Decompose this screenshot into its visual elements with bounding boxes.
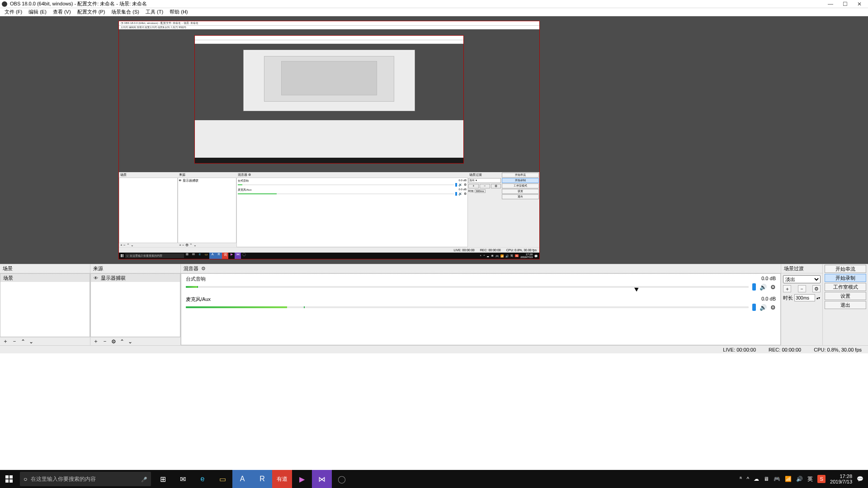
- windows-logo-icon: [5, 475, 13, 483]
- source-item[interactable]: 显示器捕获: [91, 274, 180, 282]
- mixer-channel-mic: 麦克风/Aux 0.0 dB 🔊 ⚙: [181, 294, 780, 314]
- duration-spinner[interactable]: ▴▾: [816, 296, 820, 300]
- mixer-channel-name: 台式音响: [186, 276, 206, 282]
- tray-people-icon[interactable]: ᴿ: [740, 476, 742, 482]
- transitions-dock: 场景过渡 淡出 ＋ － ⚙ 时长 ▴▾: [781, 264, 823, 345]
- tray-network-icon[interactable]: 📶: [785, 476, 792, 482]
- mute-button[interactable]: 🔊: [760, 284, 767, 291]
- mixer-channel-desktop: 台式音响 0.0 dB 🔊 ⚙: [181, 274, 780, 294]
- scene-up-button[interactable]: ⌃: [21, 338, 25, 345]
- tray-display-icon[interactable]: 🖥: [764, 476, 769, 482]
- menu-edit[interactable]: 编辑 (E): [28, 9, 47, 15]
- app-a[interactable]: A: [232, 470, 252, 488]
- menu-file[interactable]: 文件 (F): [5, 9, 22, 15]
- menu-bar: 文件 (F) 编辑 (E) 查看 (V) 配置文件 (P) 场景集合 (S) 工…: [0, 8, 868, 16]
- search-icon: [24, 475, 27, 483]
- tray-onedrive-icon[interactable]: ☁: [754, 476, 759, 482]
- close-button[interactable]: ✕: [856, 1, 863, 7]
- controls-dock: 开始串流 开始录制 工作室模式 设置 退出: [823, 264, 868, 345]
- mixer-settings-icon[interactable]: [201, 266, 206, 272]
- mixer-channel-name: 麦克风/Aux: [186, 296, 211, 303]
- action-center-icon[interactable]: 💬: [857, 476, 863, 482]
- revit-app[interactable]: R: [252, 470, 272, 488]
- tray-date: 2019/7/13: [830, 479, 852, 484]
- mic-icon[interactable]: [141, 475, 147, 483]
- scene-add-button[interactable]: ＋: [3, 338, 8, 345]
- menu-view[interactable]: 查看 (V): [53, 9, 71, 15]
- source-add-button[interactable]: ＋: [93, 338, 99, 345]
- youdao-app[interactable]: 有道: [272, 470, 292, 488]
- edge-app[interactable]: e: [193, 470, 212, 488]
- start-button[interactable]: [0, 470, 18, 488]
- scene-down-button[interactable]: ⌄: [29, 338, 33, 345]
- obs-taskbar-app[interactable]: ◯: [332, 470, 352, 488]
- source-remove-button[interactable]: －: [102, 338, 108, 345]
- start-streaming-button[interactable]: 开始串流: [825, 265, 866, 273]
- mixer-channel-db: 0.0 dB: [761, 276, 776, 282]
- scene-remove-button[interactable]: －: [12, 338, 17, 345]
- duration-input[interactable]: [794, 294, 815, 301]
- source-item-label: 显示器捕获: [101, 275, 126, 282]
- mail-app[interactable]: ✉: [173, 470, 193, 488]
- duration-label: 时长: [783, 295, 793, 301]
- mixer-channel-db: 0.0 dB: [761, 296, 776, 303]
- sources-title: 来源: [93, 265, 103, 272]
- channel-settings-button[interactable]: ⚙: [770, 304, 776, 311]
- media-app[interactable]: ▶: [292, 470, 312, 488]
- scenes-dock: 场景 场景 ＋ － ⌃ ⌄: [0, 264, 90, 345]
- settings-button[interactable]: 设置: [825, 292, 866, 300]
- tray-gamebar-icon[interactable]: 🎮: [774, 476, 780, 482]
- exit-button[interactable]: 退出: [825, 301, 866, 309]
- inner-status-live: LIVE: 00:00:00: [453, 249, 474, 252]
- minimize-button[interactable]: —: [827, 1, 834, 7]
- task-view-button[interactable]: ⊞: [153, 470, 173, 488]
- mixer-dock: 混音器 台式音响 0.0 dB 🔊 ⚙: [181, 264, 781, 345]
- tray-chevron-icon[interactable]: ^: [746, 476, 749, 482]
- maximize-button[interactable]: ☐: [842, 1, 848, 7]
- status-bar: LIVE: 00:00:00 REC: 00:00:00 CPU: 0.8%, …: [0, 345, 868, 353]
- visibility-icon[interactable]: [94, 275, 98, 281]
- inner-status-cpu: CPU: 0.8%, 30.00 fps: [506, 249, 537, 252]
- volume-meter: [186, 286, 749, 288]
- menu-profile[interactable]: 配置文件 (P): [77, 9, 105, 15]
- transition-remove-button[interactable]: －: [798, 285, 806, 292]
- system-tray: ᴿ ^ ☁ 🖥 🎮 📶 🔊 英 S 17:28 2019/7/13 💬: [740, 474, 868, 484]
- studio-mode-button[interactable]: 工作室模式: [825, 283, 866, 291]
- volume-meter: [186, 306, 749, 308]
- transition-add-button[interactable]: ＋: [783, 285, 791, 292]
- tray-time: 17:28: [830, 474, 852, 479]
- scene-item[interactable]: 场景: [0, 274, 90, 282]
- transition-select[interactable]: 淡出: [783, 275, 821, 283]
- scene-item-label: 场景: [3, 275, 13, 282]
- volume-slider[interactable]: [752, 304, 756, 311]
- menu-tools[interactable]: 工具 (T): [146, 9, 163, 15]
- tray-volume-icon[interactable]: 🔊: [796, 476, 803, 482]
- docks-row: 场景 场景 ＋ － ⌃ ⌄ 来源 显示器捕获 ＋ － ⚙ ⌃ ⌄: [0, 264, 868, 345]
- obs-logo-icon: [2, 1, 7, 7]
- explorer-app[interactable]: ▭: [212, 470, 232, 488]
- window-titlebar: OBS 18.0.0 (64bit, windows) - 配置文件: 未命名 …: [0, 0, 868, 8]
- preview-area[interactable]: ◔ OBS 18.0.0 (64bit, windows) - 配置文件: 未命…: [0, 16, 868, 264]
- menu-help[interactable]: 帮助 (H): [170, 9, 188, 15]
- tray-sogou-icon[interactable]: S: [817, 475, 826, 483]
- mixer-title: 混音器: [184, 265, 198, 272]
- tray-datetime[interactable]: 17:28 2019/7/13: [830, 474, 852, 484]
- window-title: OBS 18.0.0 (64bit, windows) - 配置文件: 未命名 …: [10, 0, 147, 7]
- start-recording-button[interactable]: 开始录制: [825, 274, 866, 282]
- volume-slider[interactable]: [752, 283, 756, 291]
- preview-source-bounding-box[interactable]: ◔ OBS 18.0.0 (64bit, windows) - 配置文件: 未命…: [118, 21, 540, 259]
- menu-scene-collection[interactable]: 场景集合 (S): [111, 9, 139, 15]
- source-properties-button[interactable]: ⚙: [111, 338, 116, 345]
- channel-settings-button[interactable]: ⚙: [770, 284, 776, 291]
- nested-capture-level-1: ◔ OBS 18.0.0 (64bit, windows) - 配置文件: 未命…: [119, 21, 539, 259]
- source-up-button[interactable]: ⌃: [120, 338, 124, 345]
- mute-button[interactable]: 🔊: [760, 304, 767, 311]
- taskbar-search[interactable]: 在这里输入你要搜索的内容: [20, 472, 151, 486]
- source-down-button[interactable]: ⌄: [128, 338, 132, 345]
- infinite-recursion: [243, 50, 415, 111]
- tray-ime-icon[interactable]: 英: [807, 475, 813, 483]
- visual-studio-app[interactable]: ⋈: [312, 470, 332, 488]
- transitions-title: 场景过渡: [784, 265, 804, 272]
- transition-settings-button[interactable]: ⚙: [812, 285, 821, 292]
- status-live: LIVE: 00:00:00: [723, 347, 756, 352]
